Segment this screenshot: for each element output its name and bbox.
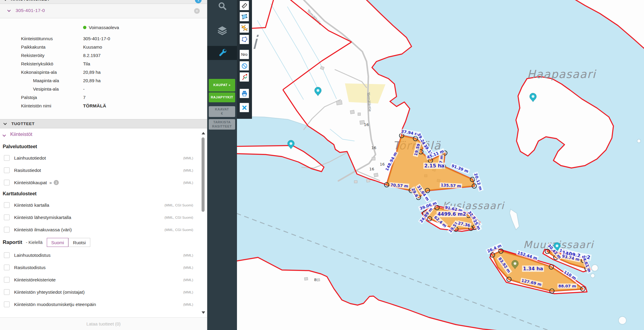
product-label: Kiinteistö ilmakuvassa (väri) [14, 227, 72, 232]
property-row-label: Palstoja [0, 95, 83, 100]
property-id-link[interactable]: 305-401-17-0 [16, 8, 45, 13]
product-checkbox[interactable] [4, 214, 10, 220]
property-row-label: Maapinta-ala [0, 78, 83, 83]
remove-result-icon[interactable]: ✕ [194, 8, 200, 14]
close-tools-button[interactable] [240, 103, 249, 112]
action-button-label: RAJAPYYKIT [211, 95, 233, 100]
language-button-ruotsi[interactable]: Ruotsi [68, 238, 90, 247]
product-row[interactable]: Kiinteistön muodostumisketju eteenpäin(M… [0, 298, 207, 310]
property-row: Kiinteistön nimiTÖRMÄLÄ [0, 101, 207, 110]
product-row[interactable]: Kiinteistön yhteystiedot (omistajat)(MML… [0, 286, 207, 298]
app-window: HAKUTUNNUKSET 1 305-401-17-0 ✕ Voimassao… [0, 0, 644, 330]
map-svg: miTörmäläHaapasaariKusiassaariMuuraissaa… [237, 0, 644, 330]
chevron-down-icon [3, 122, 7, 125]
product-checkbox[interactable] [4, 289, 10, 295]
products-group-title: Kiinteistöt [10, 131, 32, 137]
products-section-title: TUOTTEET [11, 122, 35, 126]
search-tool-button[interactable] [207, 1, 237, 11]
product-checkbox[interactable] [4, 167, 10, 173]
language-toggle: SuomiRuotsi [47, 238, 90, 247]
language-button-suomi[interactable]: Suomi [47, 238, 69, 247]
product-label: Lainhuutotiedot [14, 155, 46, 161]
route-tool-button[interactable] [240, 72, 249, 82]
scroll-up-icon[interactable] [202, 132, 205, 134]
product-checkbox[interactable] [4, 277, 10, 283]
status-dot-icon [83, 26, 86, 29]
property-row-value: 20,89 ha [83, 78, 207, 83]
polygon-select-icon [241, 13, 248, 21]
measurement-label: 88.07 m [557, 284, 577, 289]
close-icon [241, 104, 248, 111]
property-row: Vesipinta-ala- [0, 85, 207, 93]
layers-tool-button[interactable] [207, 25, 237, 36]
product-row[interactable]: Lainhuutotiedot(MML) [0, 152, 207, 164]
action-button-tarkista[interactable]: TARKISTARASITTEET [209, 119, 235, 130]
property-row: Kokonaispinta-ala20,89 ha [0, 68, 207, 76]
property-row: Maapinta-ala20,89 ha [0, 76, 207, 85]
product-row[interactable]: Rasitustiedot(MML) [0, 164, 207, 176]
search-results-sidebar: HAKUTUNNUKSET 1 305-401-17-0 ✕ Voimassao… [0, 0, 207, 330]
action-button-kaavat[interactable]: KAAVAT€ [209, 106, 235, 117]
search-ids-header[interactable]: HAKUTUNNUKSET 1 [0, 0, 207, 4]
download-products-button[interactable]: Lataa tuotteet (0) [0, 317, 207, 330]
product-checkbox[interactable] [4, 155, 10, 161]
product-label: Rasitustiedot [14, 168, 41, 173]
print-tool-button[interactable] [240, 89, 249, 98]
house-number-label: 16 [364, 122, 369, 127]
tools-menu-button[interactable] [207, 47, 237, 59]
product-source: (MML, CGI Suomi) [164, 216, 193, 219]
double-chevron-icon: » [49, 180, 52, 185]
svg-text:4499.6 m2: 4499.6 m2 [437, 211, 466, 217]
product-checkbox[interactable] [4, 265, 10, 270]
parcel-area-label: 2.15 ha [423, 163, 445, 169]
products-group-kiinteistot[interactable]: Kiinteistöt [0, 131, 207, 142]
product-checkbox[interactable] [4, 227, 10, 232]
action-button-label2: € [221, 112, 223, 116]
disable-tool-button[interactable] [240, 61, 249, 70]
product-row[interactable]: Kiinteistö ilmakuvassa (väri)(MML, CGI S… [0, 224, 207, 236]
parcel-edit-tool-button[interactable] [240, 23, 249, 33]
scroll-down-icon[interactable] [202, 311, 205, 314]
chevron-down-icon [2, 133, 6, 136]
product-row[interactable]: Kiinteistö lähestymiskartalla(MML, CGI S… [0, 211, 207, 224]
status-label: Voimassaoleva [89, 25, 119, 30]
polygon-select-tool-button[interactable] [240, 12, 249, 21]
product-source: (MML) [183, 266, 193, 269]
scrollbar-thumb[interactable] [202, 137, 205, 212]
action-button-rajapyykit[interactable]: RAJAPYYKIT [209, 92, 235, 102]
property-row-value: Kuusamo [83, 44, 207, 50]
property-row: Rekisteröity8.2.1937 [0, 51, 207, 59]
action-button-kaupat-[interactable]: KAUPAT » [209, 79, 235, 92]
product-checkbox[interactable] [4, 180, 10, 185]
property-row-label: Vesipinta-ala [0, 86, 83, 92]
property-result-row[interactable]: 305-401-17-0 ✕ [0, 4, 207, 18]
forbidden-icon [241, 62, 248, 70]
product-row[interactable]: Kiinteistö kartalla(MML, CGI Suomi) [0, 199, 207, 211]
product-source: (MML) [183, 181, 193, 184]
product-label: Lainhuutotodistus [14, 253, 51, 258]
map-canvas[interactable]: miTörmäläHaapasaariKusiassaariMuuraissaa… [237, 0, 644, 330]
product-row[interactable]: Kiinteistökaupat»3(MML) [0, 176, 207, 189]
property-row-value: 8.2.1937 [83, 53, 207, 58]
product-checkbox[interactable] [4, 202, 10, 208]
product-checkbox[interactable] [4, 302, 10, 307]
product-row[interactable]: Lainhuutotodistus(MML) [0, 249, 207, 261]
product-row[interactable]: Rasitustodistus(MML) [0, 261, 207, 274]
products-section-header[interactable]: TUOTTEET [0, 119, 207, 128]
product-category-title: Palvelutuotteet [0, 142, 207, 152]
ruler-tool-button[interactable] [240, 1, 249, 10]
svg-text:2.15 ha: 2.15 ha [424, 163, 444, 169]
svg-text:1.34 ha: 1.34 ha [523, 266, 543, 272]
property-details-panel: Voimassaoleva Kiinteistötunnus305-401-17… [0, 18, 207, 119]
measure-tools-strip: Nro [237, 0, 252, 119]
product-checkbox[interactable] [4, 252, 10, 258]
house-number-label: 8 [314, 278, 316, 282]
product-label: Kiinteistökaupat [14, 180, 47, 185]
freehand-select-tool-button[interactable] [240, 35, 249, 44]
layers-icon [217, 25, 228, 36]
nro-tool-button[interactable]: Nro [240, 50, 249, 59]
parcel-edit-icon [241, 24, 248, 32]
product-row[interactable]: Kiinteistörekisteriote(MML) [0, 274, 207, 286]
svg-text:88.07 m: 88.07 m [558, 284, 576, 288]
language-label: - Kielellä [26, 240, 43, 245]
